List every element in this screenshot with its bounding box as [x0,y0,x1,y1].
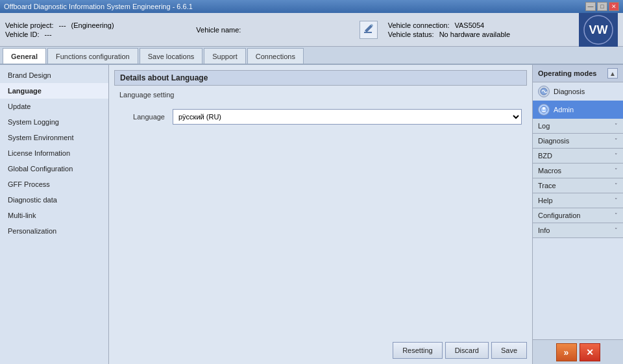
configuration-section-header[interactable]: Configuration ˅ [533,208,623,223]
info-section: Info ˅ [533,223,623,238]
svg-point-7 [543,107,545,110]
svg-rect-0 [364,32,372,33]
info-section-header[interactable]: Info ˅ [533,223,623,237]
svg-text:VW: VW [589,23,607,36]
maximize-button[interactable]: □ [597,2,607,11]
vehicle-name-label: Vehicle name: [196,26,241,34]
close-nav-button[interactable]: ✕ [580,343,600,361]
bzd-label: BZD [538,152,552,160]
sidebar-item-personalization[interactable]: Personalization [0,223,108,239]
diagnosis-section-header[interactable]: Diagnosis ˅ [533,134,623,148]
diagnosis-section: Diagnosis ˅ [533,134,623,149]
discard-button[interactable]: Discard [445,342,489,359]
save-button[interactable]: Save [491,342,527,359]
language-form-row: Language рÿсский (RU) English (EN) Deuts… [114,106,527,127]
help-chevron: ˅ [615,197,618,204]
sidebar-item-multi-link[interactable]: Multi-link [0,208,108,223]
vehicle-status-value: No hardware available [439,30,510,38]
title-bar-text: Offboard Diagnostic Information System E… [4,3,193,10]
title-bar-controls: — □ ✕ [585,2,619,11]
svg-marker-1 [365,25,373,32]
info-label: Info [538,226,550,234]
close-button[interactable]: ✕ [609,2,619,11]
tab-functions-configuration[interactable]: Functions configuration [47,48,138,64]
admin-mode-label: Admin [554,106,574,114]
diagnosis-mode-button[interactable]: Diagnosis [533,82,623,101]
sidebar-item-license-information[interactable]: License Information [0,145,108,161]
content-title: Details about Language [114,70,527,86]
trace-section-header[interactable]: Trace ˅ [533,178,623,193]
vehicle-connection-label: Vehicle connection: [388,21,450,29]
diagnosis-mode-label: Diagnosis [554,88,585,95]
svg-point-5 [541,88,547,95]
vehicle-connection-row: Vehicle connection: VAS5054 [388,21,579,29]
bzd-section-header[interactable]: BZD ˅ [533,149,623,163]
info-left: Vehicle project: --- (Engineering) Vehic… [5,21,196,38]
log-section-header[interactable]: Log ˅ [533,119,623,133]
bzd-section: BZD ˅ [533,149,623,164]
info-bar: Vehicle project: --- (Engineering) Vehic… [0,13,623,47]
vehicle-status-row: Vehicle status: No hardware available [388,30,579,38]
help-label: Help [538,197,553,204]
configuration-label: Configuration [538,212,580,219]
forward-nav-button[interactable]: » [556,343,577,361]
configuration-chevron: ˅ [615,212,618,219]
sidebar-item-gff-process[interactable]: GFF Process [0,176,108,192]
vehicle-project-value: --- [59,21,66,29]
language-label: Language [119,113,165,121]
bottom-right-bar: » ✕ [533,339,623,364]
trace-section: Trace ˅ [533,178,623,193]
sidebar-item-update[interactable]: Update [0,99,108,114]
edit-button[interactable] [360,21,378,39]
sidebar: Brand Design Language Update System Logg… [0,65,109,364]
sidebar-item-system-logging[interactable]: System Logging [0,114,108,130]
vehicle-connection-value: VAS5054 [455,21,485,29]
operating-modes-collapse-btn[interactable]: ▲ [607,68,618,79]
vw-logo: VW [579,13,618,47]
log-section: Log ˅ [533,119,623,134]
macros-chevron: ˅ [615,167,618,174]
vehicle-id-label: Vehicle ID: [5,30,40,38]
operating-modes-header: Operating modes ▲ [533,65,623,82]
tab-save-locations[interactable]: Save locations [140,48,203,64]
language-select[interactable]: рÿсский (RU) English (EN) Deutsch (DE) F… [173,109,522,125]
engineering-label: (Engineering) [71,21,114,29]
vehicle-project-label: Vehicle project: [5,21,54,29]
diagnosis-mode-icon [538,86,550,97]
tab-general[interactable]: General [3,48,46,64]
vehicle-name-row: Vehicle name: [196,26,348,34]
resetting-button[interactable]: Resetting [393,342,442,359]
sidebar-item-brand-design[interactable]: Brand Design [0,67,108,83]
minimize-button[interactable]: — [585,2,596,11]
sidebar-item-diagnostic-data[interactable]: Diagnostic data [0,192,108,208]
macros-label: Macros [538,167,561,175]
admin-mode-button[interactable]: Admin [533,101,623,119]
configuration-section: Configuration ˅ [533,208,623,223]
info-chevron: ˅ [615,227,618,234]
sidebar-item-language[interactable]: Language [0,83,108,99]
vehicle-id-row: Vehicle ID: --- [5,30,196,38]
edit-icon [363,24,374,36]
log-label: Log [538,122,550,130]
main-area: Brand Design Language Update System Logg… [0,65,623,364]
sidebar-item-global-configuration[interactable]: Global Configuration [0,161,108,176]
right-panel: Operating modes ▲ Diagnosis Adm [532,65,623,364]
sidebar-item-system-environment[interactable]: System Environment [0,130,108,145]
macros-section-header[interactable]: Macros ˅ [533,164,623,178]
vehicle-status-label: Vehicle status: [388,30,434,38]
vw-logo-svg: VW [583,14,614,45]
tab-support[interactable]: Support [204,48,246,64]
macros-section: Macros ˅ [533,164,623,178]
trace-chevron: ˅ [615,182,618,189]
trace-label: Trace [538,182,556,189]
log-chevron: ˅ [615,123,618,129]
help-section-header[interactable]: Help ˅ [533,193,623,208]
tab-connections[interactable]: Connections [247,48,304,64]
diagnosis-chevron: ˅ [615,138,618,144]
operating-modes-label: Operating modes [538,69,596,77]
help-section: Help ˅ [533,193,623,208]
bzd-chevron: ˅ [615,152,618,159]
content-area: Details about Language Language setting … [109,65,532,364]
bottom-buttons: Resetting Discard Save [393,342,527,359]
tab-bar: General Functions configuration Save loc… [0,47,623,65]
